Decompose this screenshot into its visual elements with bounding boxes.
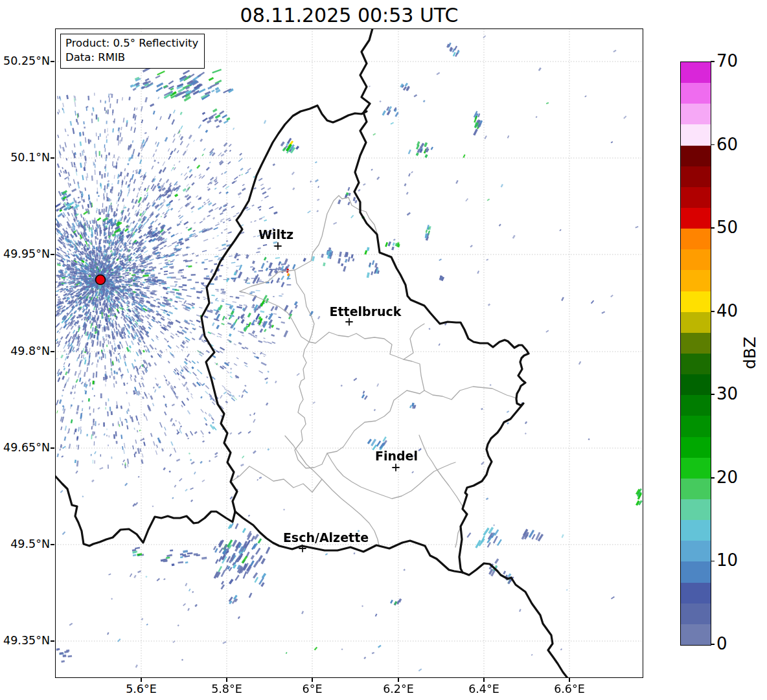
colorbar-segment: [681, 104, 711, 124]
x-tick-mark: [483, 678, 485, 682]
colorbar-segment: [681, 520, 711, 541]
colorbar-segment: [681, 416, 711, 436]
city-label-ettelbruck: Ettelbruck: [330, 304, 402, 319]
colorbar: [680, 62, 711, 646]
colorbar-tick-mark: [711, 644, 715, 645]
colorbar-tick-mark: [711, 561, 715, 562]
colorbar-segment: [681, 479, 711, 499]
radar-figure: 08.11.2025 00:53 UTC Product: 0.5° Refle…: [0, 0, 767, 700]
y-tick-label: 49.65°N: [0, 441, 50, 455]
colorbar-segment: [681, 395, 711, 416]
y-tick-label: 50.25°N: [0, 54, 50, 69]
colorbar-segment: [681, 208, 711, 229]
colorbar-segment: [681, 354, 711, 374]
y-tick-mark: [51, 61, 54, 62]
city-label-wiltz: Wiltz: [258, 227, 293, 242]
colorbar-tick-label: 0: [716, 634, 762, 653]
x-tick-mark: [141, 678, 142, 682]
colorbar-segment: [681, 124, 711, 145]
colorbar-segment: [681, 458, 711, 479]
data-source-line: Data: RMIB: [65, 51, 198, 65]
y-tick-mark: [51, 544, 54, 545]
x-tick-label: 6.2°E: [369, 683, 428, 695]
y-tick-label: 49.95°N: [0, 247, 50, 262]
colorbar-tick-label: 40: [716, 301, 762, 321]
y-tick-mark: [51, 351, 54, 352]
colorbar-segment: [681, 604, 711, 624]
product-line: Product: 0.5° Reflectivity: [65, 36, 198, 51]
radar-map-canvas: [55, 28, 643, 678]
colorbar-tick-label: 70: [716, 51, 762, 71]
colorbar-segment: [681, 62, 711, 83]
colorbar-tick-mark: [711, 144, 715, 146]
colorbar-tick-label: 30: [716, 384, 762, 403]
colorbar-segment: [681, 187, 711, 208]
colorbar-segment: [681, 624, 711, 645]
y-tick-label: 49.35°N: [0, 634, 50, 648]
colorbar-tick-mark: [711, 227, 715, 229]
x-tick-label: 6.6°E: [540, 683, 599, 695]
city-label-findel: Findel: [375, 449, 418, 463]
colorbar-tick-label: 10: [716, 550, 762, 570]
city-label-esch-alzette: Esch/Alzette: [283, 530, 369, 545]
y-tick-mark: [51, 640, 54, 642]
colorbar-tick-label: 20: [716, 468, 762, 487]
colorbar-segment: [681, 83, 711, 104]
colorbar-tick-mark: [711, 61, 715, 62]
colorbar-segment: [681, 249, 711, 270]
x-tick-mark: [398, 678, 399, 682]
colorbar-segment: [681, 229, 711, 249]
colorbar-segment: [681, 333, 711, 354]
colorbar-segment: [681, 270, 711, 291]
y-tick-label: 49.5°N: [0, 537, 50, 552]
x-tick-label: 6°E: [283, 683, 341, 695]
x-tick-label: 6.4°E: [455, 683, 513, 695]
colorbar-segment: [681, 374, 711, 395]
x-tick-label: 5.8°E: [198, 683, 256, 695]
x-tick-mark: [569, 678, 570, 682]
colorbar-segment: [681, 541, 711, 561]
y-tick-label: 50.1°N: [0, 151, 50, 165]
x-tick-mark: [312, 678, 313, 682]
colorbar-segment: [681, 561, 711, 582]
colorbar-unit-label: dBZ: [740, 327, 759, 379]
page-title: 08.11.2025 00:53 UTC: [55, 4, 643, 27]
colorbar-segment: [681, 499, 711, 520]
colorbar-segment: [681, 312, 711, 333]
colorbar-segment: [681, 166, 711, 187]
colorbar-tick-label: 50: [716, 218, 762, 237]
y-tick-label: 49.8°N: [0, 344, 50, 359]
y-tick-mark: [51, 254, 54, 255]
colorbar-tick-label: 60: [716, 135, 762, 154]
x-tick-label: 5.6°E: [112, 683, 170, 695]
y-tick-mark: [51, 157, 54, 159]
product-annotation-box: Product: 0.5° Reflectivity Data: RMIB: [60, 34, 205, 69]
x-tick-mark: [226, 678, 227, 682]
y-tick-mark: [51, 447, 54, 449]
colorbar-tick-mark: [711, 311, 715, 312]
colorbar-tick-mark: [711, 477, 715, 479]
colorbar-segment: [681, 291, 711, 312]
colorbar-tick-mark: [711, 394, 715, 395]
colorbar-segment: [681, 146, 711, 166]
colorbar-segment: [681, 437, 711, 458]
colorbar-segment: [681, 583, 711, 604]
